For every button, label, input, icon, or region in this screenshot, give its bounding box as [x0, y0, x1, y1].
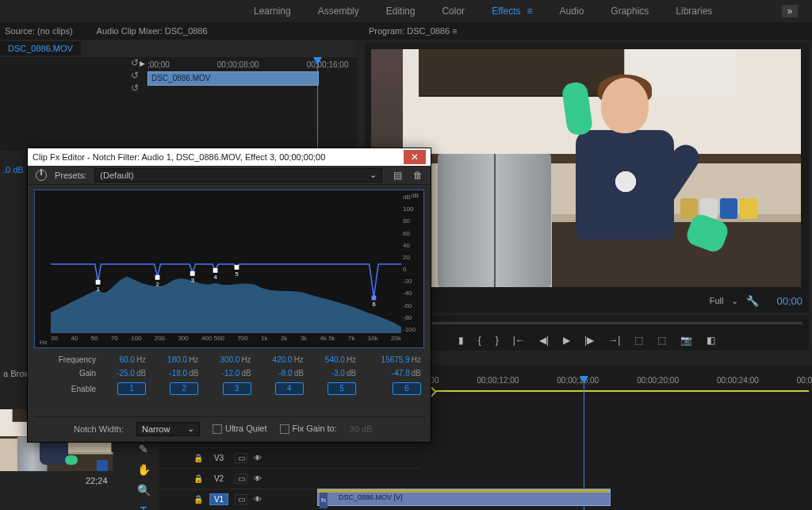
gain-5[interactable]: -3.0dB	[307, 366, 359, 380]
eye-icon[interactable]: 👁	[254, 495, 262, 504]
snap-icon[interactable]: ↺	[131, 57, 139, 68]
work-area-bar[interactable]	[423, 390, 809, 392]
sync-lock-icon[interactable]: ▭	[235, 453, 247, 463]
gain-2[interactable]: -18.0dB	[149, 366, 201, 380]
enable-4[interactable]: 4	[275, 382, 304, 395]
wrench-icon[interactable]: 🔧	[746, 295, 759, 307]
clip-fx-editor: Clip Fx Editor - Notch Filter: Audio 1, …	[27, 148, 431, 443]
svg-text:5: 5	[236, 270, 239, 278]
eye-icon[interactable]: 👁	[254, 454, 262, 462]
lock-icon[interactable]: 🔒	[193, 454, 203, 462]
preset-delete-icon[interactable]: 🗑	[413, 170, 423, 181]
eye-icon[interactable]: 👁	[254, 474, 262, 483]
step-fwd-icon[interactable]: |▶	[584, 335, 594, 346]
workspace-tabs: Learning Assembly Editing Color Effects …	[0, 0, 812, 22]
export-frame-icon[interactable]: 📷	[680, 335, 692, 346]
timeline-clip[interactable]: fx DSC_0886.MOV [V]	[317, 489, 611, 506]
tab-libraries[interactable]: Libraries	[676, 6, 712, 17]
y-axis: dB10080 604020 0-20-40 -60-80-100	[403, 194, 422, 333]
hand-tool-icon[interactable]: ✋	[137, 463, 151, 476]
mark-out-icon[interactable]: }	[496, 335, 499, 346]
timeline-ruler[interactable]: 3;00 00;00;12;00 00;00;16;00 00;00;20;00…	[423, 376, 809, 392]
add-marker-icon[interactable]: ▮	[458, 335, 464, 346]
type-tool-icon[interactable]: T	[140, 504, 147, 510]
fx-titlebar[interactable]: Clip Fx Editor - Notch Filter: Audio 1, …	[28, 148, 431, 166]
enable-2[interactable]: 2	[170, 382, 198, 395]
chevron-down-icon[interactable]: ⌄	[731, 296, 738, 306]
svg-rect-2	[155, 275, 160, 280]
effects-menu-icon[interactable]: ≡	[527, 6, 533, 17]
power-icon[interactable]	[36, 170, 47, 181]
tab-audio[interactable]: Audio	[560, 6, 584, 17]
preset-save-icon[interactable]: ▤	[393, 170, 402, 181]
enable-1[interactable]: 1	[117, 382, 146, 395]
gain-4[interactable]: -8.0dB	[255, 366, 307, 380]
svg-rect-6	[213, 268, 218, 273]
x-axis: 304050 70100200 300400 500700 1k2k3k 4k …	[51, 335, 401, 346]
gain-3[interactable]: -12.0dB	[201, 366, 254, 380]
full-select[interactable]: Full	[710, 296, 724, 305]
program-scrubber[interactable]	[365, 316, 809, 330]
program-video[interactable]	[371, 49, 801, 287]
lift-icon[interactable]: ⬚	[634, 335, 643, 346]
eq-graph[interactable]: dB Hz dB10080 604020 0-20-40 -60-80-100 …	[34, 190, 424, 348]
workspace-overflow-icon[interactable]: »	[782, 5, 798, 17]
go-out-icon[interactable]: →|	[608, 335, 620, 346]
source-panel-label[interactable]: Source: (no clips)	[5, 26, 73, 36]
snap-icon-2[interactable]: ↺	[131, 70, 139, 81]
tab-assembly[interactable]: Assembly	[318, 6, 359, 17]
freq-3[interactable]: 300.0Hz	[201, 353, 254, 366]
svg-text:2: 2	[156, 281, 159, 288]
zoom-tool-icon[interactable]: 🔍	[137, 484, 151, 497]
ultra-quiet-checkbox[interactable]: Ultra Quiet	[213, 424, 267, 434]
source-ruler[interactable]: ;00;00 00;00;08;00 00;00;16;00 0	[147, 57, 354, 71]
step-back-icon[interactable]: ◀|	[539, 335, 549, 346]
freq-5[interactable]: 540.0Hz	[307, 353, 359, 366]
sync-lock-icon[interactable]: ▭	[235, 494, 247, 504]
svg-text:4: 4	[214, 274, 218, 281]
compare-icon[interactable]: ◧	[707, 335, 715, 346]
enable-6[interactable]: 6	[393, 382, 421, 395]
tab-editing[interactable]: Editing	[386, 6, 416, 17]
audio-mixer-label[interactable]: Audio Clip Mixer: DSC_0886	[97, 26, 208, 36]
tab-color[interactable]: Color	[442, 6, 465, 17]
fix-gain-checkbox[interactable]: Fix Gain to:	[280, 424, 337, 434]
gain-6[interactable]: -47.8dB	[359, 366, 424, 380]
sync-lock-icon[interactable]: ▭	[235, 474, 247, 484]
enable-5[interactable]: 5	[327, 382, 356, 395]
source-tab[interactable]: DSC_0886.MOV	[0, 41, 81, 56]
source-clip[interactable]: DSC_0886.MOV	[147, 71, 319, 86]
play-icon[interactable]: ▶	[563, 335, 570, 346]
lock-icon[interactable]: 🔒	[193, 495, 203, 504]
mini-play-icon[interactable]: ▶	[140, 59, 145, 67]
freq-6[interactable]: 15675.9Hz	[359, 353, 424, 366]
freq-2[interactable]: 180.0Hz	[149, 353, 201, 366]
presets-label: Presets:	[55, 171, 86, 180]
enable-3[interactable]: 3	[223, 382, 251, 395]
source-monitor: DSC_0886.MOV ↺ ↺ ↺ ▶ ;00;00 00;00;08;00 …	[0, 40, 357, 151]
go-in-icon[interactable]: |←	[513, 335, 525, 346]
timeline-tools: ✎ ✋ 🔍 T	[133, 443, 154, 510]
freq-4[interactable]: 420.0Hz	[255, 353, 307, 366]
svg-rect-8	[235, 265, 239, 270]
freq-1[interactable]: 60.0Hz	[99, 353, 149, 366]
snap-icon-3[interactable]: ↺	[131, 82, 139, 94]
extract-icon[interactable]: ⬚	[657, 335, 666, 346]
pen-tool-icon[interactable]: ✎	[139, 443, 148, 455]
preset-select[interactable]: (Default)⌄	[94, 168, 382, 182]
db-label: .0 dB	[3, 165, 24, 174]
track-v3[interactable]: 🔒 V3 ▭ 👁	[159, 447, 420, 468]
mark-in-icon[interactable]: {	[478, 335, 481, 346]
program-timecode[interactable]: 00;00	[776, 295, 802, 307]
lock-icon[interactable]: 🔒	[193, 474, 203, 483]
tab-graphics[interactable]: Graphics	[611, 6, 649, 17]
program-monitor: Fit⌄ Full⌄ 🔧 00;00	[365, 43, 809, 313]
fix-gain-value: 30 dB	[350, 424, 373, 434]
track-v2[interactable]: 🔒 V2 ▭ 👁	[159, 468, 420, 489]
gain-1[interactable]: -25.0dB	[99, 366, 149, 380]
tab-effects[interactable]: Effects	[492, 6, 520, 17]
program-panel-label[interactable]: Program: DSC_0886 ≡	[369, 26, 458, 36]
notch-width-select[interactable]: Narrow⌄	[136, 422, 200, 436]
tab-learning[interactable]: Learning	[254, 6, 291, 17]
close-icon[interactable]: ✕	[404, 150, 426, 164]
